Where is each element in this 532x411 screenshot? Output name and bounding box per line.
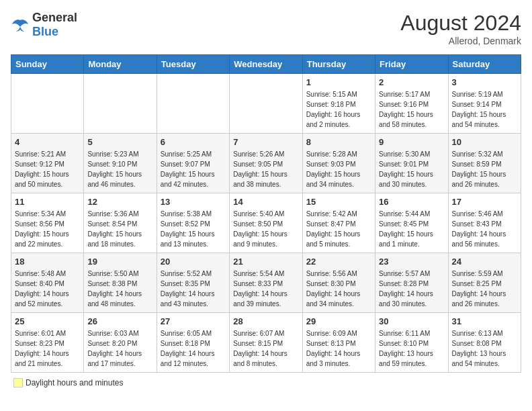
legend-yellow-box <box>13 378 23 387</box>
day-number-4: 4 <box>15 137 80 147</box>
col-friday: Friday <box>375 55 448 74</box>
week-row-0: 1Sunrise: 5:15 AM Sunset: 9:18 PM Daylig… <box>11 74 521 134</box>
week-row-2: 11Sunrise: 5:34 AM Sunset: 8:56 PM Dayli… <box>11 193 521 253</box>
day-number-12: 12 <box>87 197 152 207</box>
page-header: General Blue August 2024 Allerod, Denmar… <box>11 11 521 46</box>
day-number-7: 7 <box>233 137 298 147</box>
cell-week0-day3 <box>230 74 302 134</box>
week-row-1: 4Sunrise: 5:21 AM Sunset: 9:12 PM Daylig… <box>11 134 521 193</box>
cell-week2-day6: 17Sunrise: 5:46 AM Sunset: 8:43 PM Dayli… <box>448 193 521 253</box>
day-info-19: Sunrise: 5:50 AM Sunset: 8:38 PM Dayligh… <box>87 269 152 309</box>
cell-week0-day6: 3Sunrise: 5:19 AM Sunset: 9:14 PM Daylig… <box>448 74 521 134</box>
day-number-16: 16 <box>379 197 444 207</box>
col-saturday: Saturday <box>448 55 521 74</box>
day-info-16: Sunrise: 5:44 AM Sunset: 8:45 PM Dayligh… <box>379 209 444 249</box>
cell-week2-day4: 15Sunrise: 5:42 AM Sunset: 8:47 PM Dayli… <box>302 193 375 253</box>
day-info-9: Sunrise: 5:30 AM Sunset: 9:01 PM Dayligh… <box>379 149 444 189</box>
day-info-28: Sunrise: 6:07 AM Sunset: 8:15 PM Dayligh… <box>233 328 298 369</box>
day-number-15: 15 <box>306 197 371 207</box>
day-info-13: Sunrise: 5:38 AM Sunset: 8:52 PM Dayligh… <box>161 209 226 249</box>
cell-week2-day1: 12Sunrise: 5:36 AM Sunset: 8:54 PM Dayli… <box>84 193 157 253</box>
day-number-17: 17 <box>452 197 517 207</box>
cell-week4-day3: 28Sunrise: 6:07 AM Sunset: 8:15 PM Dayli… <box>230 313 302 373</box>
title-block: August 2024 Allerod, Denmark <box>400 11 521 46</box>
day-info-14: Sunrise: 5:40 AM Sunset: 8:50 PM Dayligh… <box>233 209 298 249</box>
cell-week3-day3: 21Sunrise: 5:54 AM Sunset: 8:33 PM Dayli… <box>230 253 302 313</box>
day-info-17: Sunrise: 5:46 AM Sunset: 8:43 PM Dayligh… <box>452 209 517 249</box>
col-sunday: Sunday <box>11 55 84 74</box>
day-info-22: Sunrise: 5:56 AM Sunset: 8:30 PM Dayligh… <box>306 269 371 309</box>
day-info-4: Sunrise: 5:21 AM Sunset: 9:12 PM Dayligh… <box>15 149 80 189</box>
day-number-5: 5 <box>87 137 152 147</box>
cell-week3-day1: 19Sunrise: 5:50 AM Sunset: 8:38 PM Dayli… <box>84 253 157 313</box>
cell-week1-day2: 6Sunrise: 5:25 AM Sunset: 9:07 PM Daylig… <box>157 134 229 193</box>
day-info-29: Sunrise: 6:09 AM Sunset: 8:13 PM Dayligh… <box>306 328 371 369</box>
day-info-23: Sunrise: 5:57 AM Sunset: 8:28 PM Dayligh… <box>379 269 444 309</box>
day-info-21: Sunrise: 5:54 AM Sunset: 8:33 PM Dayligh… <box>233 269 298 309</box>
cell-week1-day3: 7Sunrise: 5:26 AM Sunset: 9:05 PM Daylig… <box>230 134 302 193</box>
month-year-title: August 2024 <box>400 11 521 36</box>
legend-and-minutes-label: and minutes <box>79 378 123 387</box>
day-info-18: Sunrise: 5:48 AM Sunset: 8:40 PM Dayligh… <box>15 269 80 309</box>
day-info-1: Sunrise: 5:15 AM Sunset: 9:18 PM Dayligh… <box>306 89 371 130</box>
day-info-7: Sunrise: 5:26 AM Sunset: 9:05 PM Dayligh… <box>233 149 298 189</box>
day-number-28: 28 <box>233 316 298 326</box>
logo-general: General <box>32 11 77 24</box>
cell-week0-day0 <box>11 74 84 134</box>
day-number-18: 18 <box>15 257 80 267</box>
cell-week3-day0: 18Sunrise: 5:48 AM Sunset: 8:40 PM Dayli… <box>11 253 84 313</box>
week-row-4: 25Sunrise: 6:01 AM Sunset: 8:23 PM Dayli… <box>11 313 521 373</box>
day-number-6: 6 <box>161 137 226 147</box>
cell-week2-day0: 11Sunrise: 5:34 AM Sunset: 8:56 PM Dayli… <box>11 193 84 253</box>
legend-daylight-label: Daylight hours <box>26 378 77 387</box>
cell-week1-day0: 4Sunrise: 5:21 AM Sunset: 9:12 PM Daylig… <box>11 134 84 193</box>
cell-week1-day4: 8Sunrise: 5:28 AM Sunset: 9:03 PM Daylig… <box>302 134 375 193</box>
legend: Daylight hours and minutes <box>11 378 521 387</box>
day-info-20: Sunrise: 5:52 AM Sunset: 8:35 PM Dayligh… <box>161 269 226 309</box>
cell-week0-day5: 2Sunrise: 5:17 AM Sunset: 9:16 PM Daylig… <box>375 74 448 134</box>
col-wednesday: Wednesday <box>230 55 302 74</box>
day-number-1: 1 <box>306 77 371 87</box>
day-number-19: 19 <box>87 257 152 267</box>
day-info-24: Sunrise: 5:59 AM Sunset: 8:25 PM Dayligh… <box>452 269 517 309</box>
legend-daylight: Daylight hours and minutes <box>13 378 123 387</box>
day-info-12: Sunrise: 5:36 AM Sunset: 8:54 PM Dayligh… <box>87 209 152 249</box>
day-number-9: 9 <box>379 137 444 147</box>
cell-week0-day1 <box>84 74 157 134</box>
cell-week2-day2: 13Sunrise: 5:38 AM Sunset: 8:52 PM Dayli… <box>157 193 229 253</box>
day-info-25: Sunrise: 6:01 AM Sunset: 8:23 PM Dayligh… <box>15 328 80 369</box>
day-number-21: 21 <box>233 257 298 267</box>
day-info-5: Sunrise: 5:23 AM Sunset: 9:10 PM Dayligh… <box>87 149 152 189</box>
day-number-23: 23 <box>379 257 444 267</box>
day-number-3: 3 <box>452 77 517 87</box>
logo-bird-icon <box>11 17 30 32</box>
cell-week4-day5: 30Sunrise: 6:11 AM Sunset: 8:10 PM Dayli… <box>375 313 448 373</box>
day-number-29: 29 <box>306 316 371 326</box>
day-info-11: Sunrise: 5:34 AM Sunset: 8:56 PM Dayligh… <box>15 209 80 249</box>
cell-week2-day3: 14Sunrise: 5:40 AM Sunset: 8:50 PM Dayli… <box>230 193 302 253</box>
day-info-26: Sunrise: 6:03 AM Sunset: 8:20 PM Dayligh… <box>87 328 152 369</box>
cell-week3-day2: 20Sunrise: 5:52 AM Sunset: 8:35 PM Dayli… <box>157 253 229 313</box>
day-number-14: 14 <box>233 197 298 207</box>
day-info-3: Sunrise: 5:19 AM Sunset: 9:14 PM Dayligh… <box>452 89 517 130</box>
day-number-8: 8 <box>306 137 371 147</box>
cell-week4-day4: 29Sunrise: 6:09 AM Sunset: 8:13 PM Dayli… <box>302 313 375 373</box>
day-info-30: Sunrise: 6:11 AM Sunset: 8:10 PM Dayligh… <box>379 328 444 369</box>
day-number-10: 10 <box>452 137 517 147</box>
day-number-24: 24 <box>452 257 517 267</box>
cell-week1-day6: 10Sunrise: 5:32 AM Sunset: 8:59 PM Dayli… <box>448 134 521 193</box>
day-number-26: 26 <box>87 316 152 326</box>
cell-week0-day2 <box>157 74 229 134</box>
day-info-10: Sunrise: 5:32 AM Sunset: 8:59 PM Dayligh… <box>452 149 517 189</box>
calendar-header-row: Sunday Monday Tuesday Wednesday Thursday… <box>11 55 521 74</box>
cell-week0-day4: 1Sunrise: 5:15 AM Sunset: 9:18 PM Daylig… <box>302 74 375 134</box>
day-number-31: 31 <box>452 316 517 326</box>
day-number-30: 30 <box>379 316 444 326</box>
cell-week3-day6: 24Sunrise: 5:59 AM Sunset: 8:25 PM Dayli… <box>448 253 521 313</box>
cell-week4-day2: 27Sunrise: 6:05 AM Sunset: 8:18 PM Dayli… <box>157 313 229 373</box>
day-info-15: Sunrise: 5:42 AM Sunset: 8:47 PM Dayligh… <box>306 209 371 249</box>
cell-week4-day0: 25Sunrise: 6:01 AM Sunset: 8:23 PM Dayli… <box>11 313 84 373</box>
logo-blue: Blue <box>32 25 58 38</box>
day-number-20: 20 <box>161 257 226 267</box>
col-monday: Monday <box>84 55 157 74</box>
